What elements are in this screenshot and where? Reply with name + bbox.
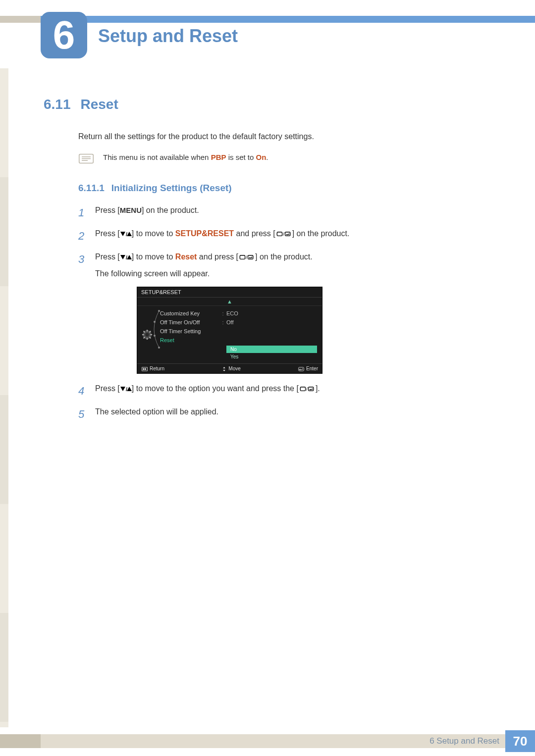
osd-menu: Customized Key:ECO Off Timer On/Off:Off …	[157, 306, 322, 363]
svg-marker-35	[223, 367, 226, 368]
osd-row-label: Off Timer On/Off	[160, 319, 219, 325]
footer-left-tab	[0, 734, 41, 748]
svg-marker-38	[299, 368, 301, 370]
svg-text:/: /	[306, 386, 308, 392]
note-row: This menu is not available when PBP is s…	[44, 153, 505, 166]
page-number: 70	[505, 730, 535, 752]
svg-rect-9	[285, 232, 290, 236]
osd-row-value: Off	[226, 319, 317, 325]
svg-text:/: /	[246, 254, 247, 260]
section-heading: 6.11Reset	[44, 97, 505, 112]
osd-option-no: No	[226, 346, 317, 353]
osd-row: Off Timer On/Off:Off	[157, 318, 322, 327]
txt: ] to move to the option you want and pre…	[132, 384, 299, 393]
txt: Press [	[95, 206, 120, 214]
svg-marker-4	[120, 232, 125, 236]
menu-key-icon: MENU	[120, 206, 142, 214]
step-number: 3	[78, 251, 95, 280]
svg-rect-42	[300, 387, 305, 391]
enter-key-icon: /	[299, 386, 316, 392]
header-bar-right	[41, 16, 535, 23]
svg-rect-33	[143, 368, 144, 370]
step-number: 1	[78, 204, 95, 221]
subsection-title: Initializing Settings (Reset)	[111, 183, 232, 193]
txt: ] to move to	[132, 229, 175, 238]
note-suffix: .	[266, 153, 268, 161]
footer-label: 6 Setup and Reset	[429, 736, 499, 746]
osd-category-icon	[137, 306, 157, 363]
osd-options: No Yes	[226, 346, 317, 360]
section-title: Reset	[81, 97, 118, 112]
osd-row-label: Reset	[160, 337, 219, 343]
osd-panel: SETUP&RESET ▲ Customized Key:ECO Off Tim…	[137, 287, 322, 374]
chapter-badge: 6	[41, 12, 87, 58]
footer-strip: 6 Setup and Reset 70	[0, 725, 535, 756]
svg-rect-44	[308, 387, 313, 391]
osd-up-arrow-icon: ▲	[137, 298, 322, 306]
osd-footer-return: Return	[141, 366, 164, 371]
svg-text:/: /	[126, 254, 127, 260]
step-3: 3 Press [/] to move to Reset and press […	[78, 251, 505, 280]
enter-key-icon: /	[275, 231, 292, 237]
svg-text:/: /	[126, 231, 127, 237]
osd-option-yes: Yes	[226, 353, 317, 360]
txt: Press [	[95, 229, 120, 238]
svg-marker-11	[120, 255, 125, 259]
step-5: 5 The selected option will be applied.	[78, 406, 505, 422]
step-text: The selected option will be applied.	[95, 406, 505, 422]
svg-point-31	[158, 347, 160, 349]
step-number: 4	[78, 383, 95, 399]
note-text: This menu is not available when PBP is s…	[103, 153, 268, 161]
svg-rect-16	[248, 255, 253, 259]
step-2: 2 Press [/] to move to SETUP&RESET and p…	[78, 228, 505, 244]
svg-marker-10	[286, 234, 287, 235]
txt: ].	[316, 384, 320, 393]
step-number: 2	[78, 228, 95, 244]
note-icon	[78, 153, 94, 166]
osd-row-label: Off Timer Setting	[160, 328, 219, 334]
osd-title: SETUP&RESET	[137, 287, 322, 298]
header-bar-left	[0, 16, 41, 23]
osd-footer-move: Move	[221, 366, 240, 371]
osd-row: Customized Key:ECO	[157, 309, 322, 318]
svg-marker-45	[309, 389, 311, 390]
note-prefix: This menu is not available when	[103, 153, 211, 161]
txt: ] to move to	[132, 252, 175, 261]
svg-marker-41	[127, 387, 132, 391]
down-up-arrow-icon: /	[120, 231, 132, 237]
txt: Press [	[95, 384, 120, 393]
chapter-number: 6	[53, 15, 75, 55]
osd-row-value	[226, 328, 317, 334]
down-up-arrow-icon: /	[120, 386, 132, 392]
steps-list: 1 Press [MENU] on the product. 2 Press […	[78, 204, 505, 422]
note-pbp: PBP	[211, 153, 226, 161]
left-side-strip	[0, 68, 8, 727]
osd-row-selected: Reset	[157, 336, 322, 345]
step-4: 4 Press [/] to move to the option you wa…	[78, 383, 505, 399]
step-number: 5	[78, 406, 95, 422]
svg-text:/: /	[283, 231, 284, 237]
osd-body: Customized Key:ECO Off Timer On/Off:Off …	[137, 306, 322, 363]
sep	[219, 337, 226, 343]
txt: ] on the product.	[142, 206, 199, 214]
step-text: Press [/] to move to Reset and press [/]…	[95, 251, 505, 280]
step-text: Press [/] to move to SETUP&RESET and pre…	[95, 228, 505, 244]
txt: ] on the product.	[292, 229, 350, 238]
note-on: On	[256, 153, 267, 161]
svg-marker-6	[127, 232, 132, 236]
step-text: Press [MENU] on the product.	[95, 204, 505, 221]
step-1: 1 Press [MENU] on the product.	[78, 204, 505, 221]
lbl: Move	[228, 366, 240, 371]
svg-rect-37	[299, 367, 304, 371]
enter-key-icon: /	[238, 254, 255, 260]
sep: :	[219, 319, 226, 325]
note-middle: is set to	[226, 153, 256, 161]
svg-rect-34	[145, 368, 146, 370]
txt: and press [	[197, 252, 238, 261]
svg-marker-39	[120, 387, 125, 391]
sep: :	[219, 310, 226, 316]
osd-footer: Return Move Enter	[137, 363, 322, 373]
section-number: 6.11	[44, 97, 71, 112]
txt: and press [	[234, 229, 275, 238]
subsection-number: 6.11.1	[78, 183, 105, 193]
